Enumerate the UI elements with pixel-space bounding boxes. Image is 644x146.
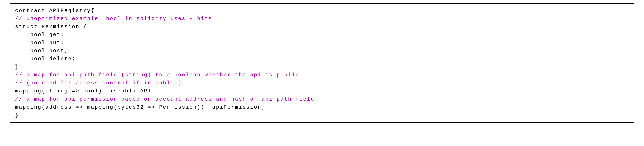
- code-line: struct Permission {: [15, 23, 629, 31]
- code-line: // a map for api permission based on acc…: [15, 95, 629, 103]
- code-token: bool delete;: [30, 56, 76, 62]
- code-line: mapping(address => mapping(bytes32 => Pe…: [15, 103, 629, 111]
- code-token: mapping(string => bool) isPublicAPI;: [15, 88, 155, 94]
- code-token: bool post;: [30, 48, 68, 54]
- code-line: bool post;: [15, 47, 629, 55]
- code-line: }: [15, 63, 629, 71]
- code-token: }: [15, 64, 19, 70]
- code-listing: contract APIRegistry{// unoptimized exam…: [15, 7, 629, 119]
- indent: [15, 56, 30, 62]
- indent: [15, 48, 30, 54]
- code-comment: // (no need for access control if in pub…: [15, 80, 182, 86]
- code-line: mapping(string => bool) isPublicAPI;: [15, 87, 629, 95]
- code-token: mapping(address => mapping(bytes32 => Pe…: [15, 104, 265, 110]
- code-token: contract APIRegistry{: [15, 8, 95, 13]
- code-line: }: [15, 111, 629, 119]
- code-token: }: [15, 112, 19, 118]
- code-token: bool get;: [30, 32, 64, 38]
- code-line: // a map for api path field (string) to …: [15, 71, 629, 79]
- code-token: struct Permission {: [15, 24, 87, 30]
- code-comment: // a map for api path field (string) to …: [15, 72, 299, 78]
- code-line: bool put;: [15, 39, 629, 47]
- code-comment: // unoptimized example: bool in solidity…: [15, 16, 212, 22]
- code-line: // unoptimized example: bool in solidity…: [15, 15, 629, 23]
- indent: [15, 32, 30, 38]
- code-token: bool put;: [30, 40, 64, 46]
- code-line: bool get;: [15, 31, 629, 39]
- indent: [15, 40, 30, 46]
- code-line: bool delete;: [15, 55, 629, 63]
- code-line: contract APIRegistry{: [15, 7, 629, 15]
- code-line: // (no need for access control if in pub…: [15, 79, 629, 87]
- code-comment: // a map for api permission based on acc…: [15, 96, 314, 102]
- code-listing-box: contract APIRegistry{// unoptimized exam…: [10, 3, 634, 123]
